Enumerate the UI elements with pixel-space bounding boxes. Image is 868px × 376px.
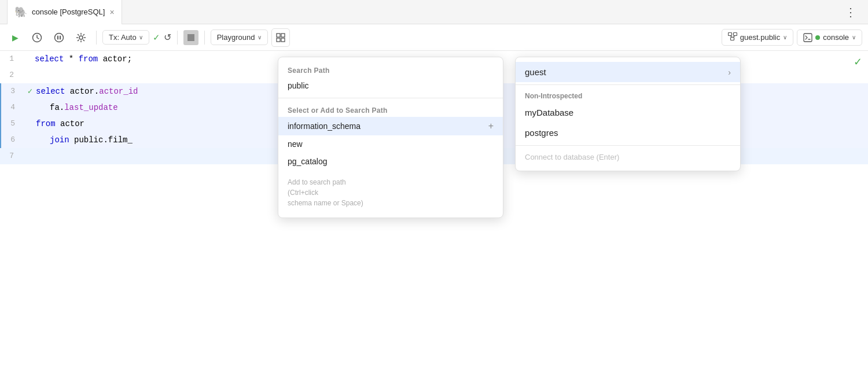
tab-menu-button[interactable]: ⋮ — [840, 3, 861, 21]
separator-1 — [96, 31, 97, 45]
console-tab[interactable]: 🐘 console [PostgreSQL] × — [7, 0, 122, 24]
line-number-7: 7 — [0, 148, 23, 163]
tab-bar: 🐘 console [PostgreSQL] × ⋮ — [0, 0, 868, 24]
tx-arrow: ∨ — [139, 34, 143, 40]
line-check-5 — [24, 116, 36, 117]
elephant-icon: 🐘 — [14, 6, 27, 19]
tab-close-button[interactable]: × — [109, 8, 114, 17]
kw-select: select — [35, 54, 64, 64]
code-text: actor; — [103, 54, 132, 64]
settings-button[interactable] — [72, 28, 90, 47]
schema-icon — [728, 32, 737, 42]
line-code-2 — [35, 67, 39, 83]
run-button[interactable]: ▶ — [6, 28, 24, 47]
tx-label: Tx: Auto — [109, 33, 137, 42]
svg-rect-7 — [281, 34, 285, 37]
schema-pgcatalog-label: pg_catalog — [288, 157, 328, 166]
chevron-right-icon: › — [728, 68, 731, 77]
svg-rect-12 — [730, 38, 734, 40]
add-hint: Add to search path(Ctrl+clickschema name… — [278, 170, 503, 213]
plus-icon: + — [488, 121, 494, 131]
schema-label: guest.public — [740, 33, 780, 42]
svg-point-1 — [55, 33, 64, 42]
playground-dropdown[interactable]: Playground ∨ — [211, 30, 269, 45]
console-status-dot — [815, 35, 820, 40]
line-code-5: from actor — [36, 116, 84, 132]
search-path-section-header: Search Path — [278, 62, 503, 77]
right-checkmark: ✓ — [854, 56, 862, 68]
line-check-7 — [23, 148, 35, 149]
connect-hint: Connect to database (Enter) — [516, 148, 740, 166]
db-guest-label: guest — [525, 67, 546, 77]
playground-arrow: ∨ — [258, 34, 262, 40]
line-code-1: select * from actor; — [35, 51, 132, 67]
separator-3 — [204, 31, 205, 45]
svg-rect-8 — [277, 38, 280, 42]
svg-rect-6 — [277, 34, 280, 37]
line-check-6 — [24, 132, 36, 133]
svg-rect-9 — [281, 38, 285, 42]
db-postgres-item[interactable]: postgres — [516, 123, 740, 143]
schema-new-item[interactable]: new — [278, 135, 503, 153]
toolbar: ▶ Tx: Auto ∨ ✓ ↺ Playground ∨ — [0, 24, 868, 51]
line-number-1: 1 — [0, 51, 23, 66]
svg-rect-2 — [57, 35, 58, 39]
kw-select-3: select — [36, 87, 65, 96]
schema-arrow: ∨ — [783, 34, 787, 40]
add-search-path-section-header: Select or Add to Search Path — [278, 102, 503, 117]
code-text-3: actor. — [70, 87, 99, 96]
tx-dropdown[interactable]: Tx: Auto ∨ — [102, 30, 149, 45]
svg-rect-5 — [187, 34, 194, 41]
stop-button[interactable] — [183, 30, 198, 45]
add-hint-text: Add to search path(Ctrl+clickschema name… — [288, 178, 363, 207]
search-path-dropdown: Search Path public Select or Add to Sear… — [278, 57, 503, 218]
line-code-7 — [35, 148, 39, 164]
line-check-4 — [24, 99, 36, 101]
pause-icon — [54, 32, 64, 43]
schema-new-label: new — [288, 139, 303, 149]
code-text: * — [69, 54, 79, 64]
svg-rect-3 — [60, 35, 61, 39]
console-label: console — [823, 33, 849, 42]
console-dropdown[interactable]: console ∨ — [797, 30, 862, 46]
kw-from-5: from — [36, 119, 56, 128]
dropdown-divider-1 — [278, 98, 503, 98]
line-number-6: 6 — [1, 132, 24, 147]
schema-information-schema-label: information_schema — [288, 121, 361, 131]
console-arrow: ∨ — [852, 34, 856, 40]
grid-button[interactable] — [271, 28, 290, 47]
db-divider-1 — [516, 84, 740, 85]
code-actorid: actor_id — [99, 87, 138, 96]
kw-join: join — [50, 135, 69, 145]
db-mydatabase-item[interactable]: myDatabase — [516, 102, 740, 123]
code-text-6: public.film_ — [74, 135, 133, 145]
line-check-1 — [23, 51, 35, 52]
svg-rect-11 — [733, 33, 737, 36]
db-guest-item[interactable]: guest › — [516, 62, 740, 82]
history-button[interactable] — [28, 28, 46, 47]
undo-button[interactable]: ↺ — [164, 32, 171, 43]
check-icon: ✓ — [153, 32, 160, 43]
tab-title: console [PostgreSQL] — [32, 8, 105, 16]
search-path-public-label: public — [288, 81, 309, 90]
separator-2 — [177, 31, 178, 45]
code-lastupdate: last_update — [64, 103, 117, 112]
db-dropdown: guest › Non-Introspected myDatabase post… — [515, 57, 741, 171]
schema-pgcatalog-item[interactable]: pg_catalog — [278, 153, 503, 170]
schema-dropdown[interactable]: guest.public ∨ — [722, 29, 793, 46]
pause-button[interactable] — [50, 28, 68, 47]
playground-label: Playground — [217, 33, 255, 42]
console-icon — [803, 33, 812, 42]
schema-information-schema-item[interactable]: information_schema + — [278, 117, 503, 135]
main-area: 1 select * from actor; 2 3 ✓ select acto… — [0, 51, 868, 376]
grid-icon — [276, 33, 285, 42]
non-introspected-header: Non-Introspected — [516, 87, 740, 102]
line-number-3: 3 — [1, 83, 24, 98]
search-path-public-item[interactable]: public — [278, 77, 503, 94]
line-number-5: 5 — [1, 116, 24, 131]
code-text-5: actor — [60, 119, 84, 128]
line-number-4: 4 — [1, 99, 24, 115]
stop-icon — [187, 34, 194, 41]
line-check-2 — [23, 67, 35, 68]
svg-point-4 — [79, 36, 83, 39]
